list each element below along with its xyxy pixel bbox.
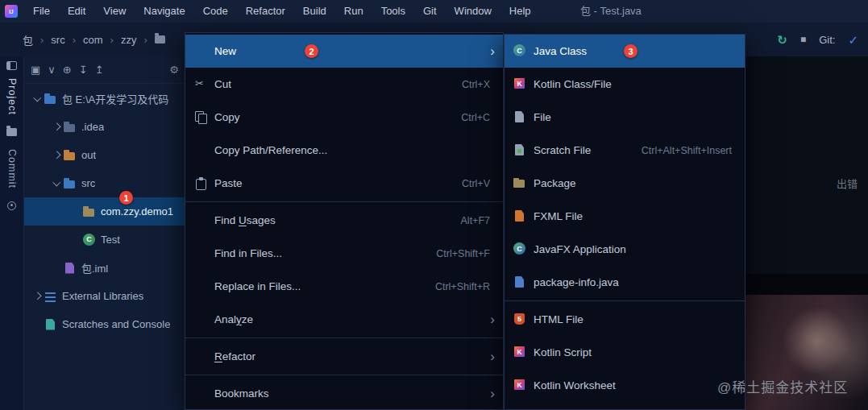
project-folder-icon (44, 93, 58, 106)
folder-icon (63, 121, 77, 134)
breadcrumb-separator: › (40, 34, 44, 46)
update-project-icon[interactable]: ✓ (848, 34, 858, 46)
menubar-item-window[interactable]: Window (446, 0, 500, 23)
panel-icon[interactable]: ▣ (31, 64, 40, 75)
chevron-down-icon[interactable]: ∨ (48, 64, 56, 75)
menu-item-replace-in-files[interactable]: Replace in Files...Ctrl+Shift+R (185, 270, 503, 303)
package-info-icon (513, 275, 529, 289)
menubar-item-git[interactable]: Git (414, 0, 446, 23)
file-icon (513, 110, 529, 124)
menu-icon-empty (193, 350, 210, 363)
menubar-item-build[interactable]: Build (294, 0, 335, 23)
menu-item-copy-path-reference[interactable]: Copy Path/Reference... (185, 134, 503, 167)
menu-item-find-usages[interactable]: Find UsagesAlt+F7 (185, 204, 503, 237)
submenu-item-scratch-file[interactable]: Scratch FileCtrl+Alt+Shift+Insert (505, 134, 745, 167)
tree-item-idea[interactable]: .idea (24, 113, 185, 141)
folder-excluded-icon (63, 149, 77, 162)
menu-item-bookmarks[interactable]: Bookmarks› (185, 377, 503, 410)
tree-item-包-e-a开发学习及代码[interactable]: 包 E:\A开发学习及代码 (24, 85, 185, 113)
expand-all-icon[interactable]: ↥ (95, 64, 104, 75)
submenu-item-kotlin-class-file[interactable]: Kotlin Class/File (505, 68, 745, 101)
menu-item-cut[interactable]: CutCtrl+X (185, 68, 503, 101)
chevron-right-icon[interactable] (31, 293, 44, 299)
submenu-item-javafx-application[interactable]: JavaFX Application (505, 233, 745, 266)
step-badge: 1 (119, 191, 133, 205)
submenu-item-package[interactable]: Package (505, 167, 745, 200)
background-band (745, 274, 868, 295)
menu-item-new[interactable]: New2› (185, 35, 503, 68)
toolbar-right: ↻ ■ Git: ✓ (777, 23, 858, 56)
folder-icon[interactable] (6, 128, 17, 136)
step-badge: 3 (624, 44, 638, 58)
menu-icon-empty (193, 213, 210, 227)
chevron-right-icon[interactable] (50, 152, 63, 158)
menubar-item-code[interactable]: Code (194, 0, 237, 23)
chevron-down-icon[interactable] (50, 182, 63, 185)
submenu-item-package-info-java[interactable]: package-info.java (505, 266, 745, 299)
html-icon (513, 313, 529, 326)
breadcrumb-item-src[interactable]: src (51, 34, 64, 46)
tree-item-external-libraries[interactable]: External Libraries (24, 282, 185, 310)
menubar-item-run[interactable]: Run (335, 0, 372, 23)
tree-item-src[interactable]: src (24, 169, 185, 197)
stripe-project-button[interactable]: Project (6, 78, 18, 115)
tree-item-test[interactable]: Test (24, 226, 185, 254)
java-class-icon (513, 44, 529, 58)
submenu-arrow-icon: › (490, 350, 495, 363)
project-tool-window-icon[interactable] (6, 61, 17, 70)
menu-item-refactor[interactable]: Refactor› (185, 340, 503, 373)
scissors-icon (193, 77, 210, 91)
locate-icon[interactable]: ⊕ (63, 64, 72, 75)
menubar-item-navigate[interactable]: Navigate (135, 0, 193, 23)
menu-icon-empty (193, 387, 210, 400)
collapse-all-icon[interactable]: ↧ (79, 64, 88, 75)
menubar-item-file[interactable]: File (24, 0, 59, 23)
menu-item-copy[interactable]: CopyCtrl+C (185, 101, 503, 134)
menu-separator (185, 201, 503, 202)
submenu-item-kotlin-worksheet[interactable]: Kotlin Worksheet (505, 369, 745, 402)
menu-item-analyze[interactable]: Analyze› (185, 303, 503, 336)
class-icon (82, 234, 97, 246)
folder-icon (155, 35, 165, 43)
fxml-icon (513, 209, 529, 223)
breadcrumb-item-com[interactable]: com (83, 34, 103, 46)
menu-icon-empty (193, 246, 210, 260)
tool-window-stripe: Project Commit (0, 56, 24, 410)
menu-item-paste[interactable]: PasteCtrl+V (185, 167, 503, 200)
settings-icon[interactable]: ⚙ (169, 64, 179, 75)
window-title: 包 - Test.java (580, 0, 642, 23)
submenu-item-html-file[interactable]: HTML File (505, 303, 745, 336)
submenu-item-java-class[interactable]: Java Class3 (505, 35, 745, 68)
submenu-arrow-icon: › (490, 44, 495, 58)
menu-item-find-in-files[interactable]: Find in Files...Ctrl+Shift+F (185, 237, 503, 270)
breadcrumb-separator: › (73, 34, 76, 46)
menubar-item-help[interactable]: Help (500, 0, 540, 23)
stop-icon[interactable]: ■ (800, 35, 806, 44)
menubar-item-refactor[interactable]: Refactor (237, 0, 294, 23)
submenu-item-file[interactable]: File (505, 101, 745, 134)
kotlin-icon (513, 77, 529, 91)
menubar-item-tools[interactable]: Tools (372, 0, 414, 23)
tree-item-com-zzy-demo1[interactable]: com.zzy.demo11 (24, 197, 185, 226)
chevron-down-icon[interactable] (31, 97, 44, 101)
tree-item-包-iml[interactable]: 包.iml (24, 254, 185, 282)
menubar-item-view[interactable]: View (94, 0, 135, 23)
chevron-right-icon[interactable] (50, 124, 63, 130)
menu-icon-empty (193, 280, 210, 293)
watermark: @稀土掘金技术社区 (717, 376, 848, 396)
structure-icon[interactable] (7, 201, 16, 210)
titlebar-menus: FileEditViewNavigateCodeRefactorBuildRun… (24, 0, 540, 23)
rerun-icon[interactable]: ↻ (777, 34, 787, 46)
submenu-item-fxml-file[interactable]: FXML File (505, 200, 745, 233)
tree-item-out[interactable]: out (24, 141, 185, 169)
submenu-arrow-icon: › (490, 387, 495, 400)
breadcrumb-item-zzy[interactable]: zzy (121, 34, 137, 46)
kotlin-script-icon (513, 346, 529, 359)
breadcrumb-item-包[interactable]: 包 (23, 32, 33, 48)
tree-item-scratches-and-console[interactable]: Scratches and Console (24, 310, 185, 338)
submenu-item-kotlin-script[interactable]: Kotlin Script (505, 336, 745, 369)
stripe-commit-button[interactable]: Commit (6, 149, 18, 188)
menubar-item-edit[interactable]: Edit (59, 0, 94, 23)
scratch-icon (513, 143, 529, 157)
menu-icon-empty (193, 143, 210, 157)
